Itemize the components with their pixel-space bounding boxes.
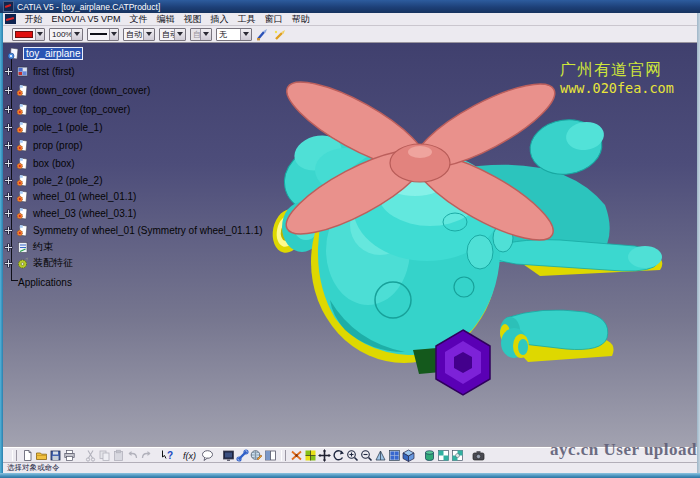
part-icon — [16, 84, 29, 97]
menu-tools[interactable]: 工具 — [233, 13, 260, 26]
expand-icon[interactable] — [4, 105, 13, 114]
expand-icon[interactable] — [4, 176, 13, 185]
menu-start[interactable]: 开始 — [20, 13, 47, 26]
tree-row[interactable]: box (box) — [4, 156, 76, 170]
wizard-brush-icon[interactable] — [273, 28, 286, 41]
expand-icon[interactable] — [4, 141, 13, 150]
save-icon[interactable] — [49, 449, 62, 462]
chevron-down-icon[interactable] — [174, 29, 185, 40]
tree-row[interactable]: 装配特征 — [4, 256, 74, 270]
expand-icon[interactable] — [4, 226, 13, 235]
painter-icon[interactable] — [256, 28, 269, 41]
compass-icon[interactable] — [304, 449, 317, 462]
catia-logo-icon — [5, 14, 16, 24]
print-icon[interactable] — [63, 449, 76, 462]
render-style-icon[interactable] — [423, 449, 436, 462]
tree-item-label[interactable]: wheel_01 (wheel_01.1) — [32, 191, 137, 202]
line-type-combo[interactable] — [87, 28, 119, 41]
link-icon[interactable] — [236, 449, 249, 462]
tree-row[interactable]: wheel_01 (wheel_01.1) — [4, 189, 137, 203]
chat-icon[interactable] — [201, 449, 214, 462]
globe-edit-icon[interactable] — [250, 449, 263, 462]
expand-icon[interactable] — [4, 259, 13, 268]
normal-view-icon[interactable] — [374, 449, 387, 462]
point-type-combo[interactable]: 自动 — [159, 28, 186, 41]
toolbar-grip[interactable] — [12, 450, 17, 461]
zoom-out-icon[interactable] — [360, 449, 373, 462]
watermark-line1: 广州有道官网 — [560, 60, 674, 80]
fly-mode-icon[interactable] — [290, 449, 303, 462]
new-document-icon[interactable] — [21, 449, 34, 462]
tree-item-label[interactable]: wheel_03 (wheel_03.1) — [32, 208, 137, 219]
tree-row[interactable]: Applications — [17, 275, 73, 289]
rotate-icon[interactable] — [332, 449, 345, 462]
tree-row[interactable]: wheel_03 (wheel_03.1) — [4, 206, 137, 220]
screen-icon[interactable] — [222, 449, 235, 462]
menu-enovia[interactable]: ENOVIA V5 VPM — [47, 14, 125, 24]
line-weight-combo[interactable]: 自动 — [123, 28, 155, 41]
menu-help[interactable]: 帮助 — [287, 13, 314, 26]
tree-item-label[interactable]: first (first) — [32, 66, 76, 77]
tree-row[interactable]: top_cover (top_cover) — [4, 102, 131, 116]
tree-row[interactable]: prop (prop) — [4, 138, 83, 152]
expand-icon[interactable] — [4, 123, 13, 132]
multi-view-icon[interactable] — [388, 449, 401, 462]
chevron-down-icon[interactable] — [240, 29, 251, 40]
view-mode-b-icon[interactable] — [451, 449, 464, 462]
paste-icon — [112, 449, 125, 462]
tree-row[interactable]: Symmetry of wheel_01 (Symmetry of wheel_… — [4, 223, 264, 237]
tree-row[interactable]: pole_2 (pole_2) — [4, 173, 104, 187]
tree-item-label[interactable]: down_cover (down_cover) — [32, 85, 151, 96]
tree-row[interactable]: pole_1 (pole_1) — [4, 120, 104, 134]
line-weight-value: 自动 — [124, 29, 143, 40]
open-folder-icon[interactable] — [35, 449, 48, 462]
app-icon — [3, 1, 14, 12]
menu-file[interactable]: 文件 — [125, 13, 152, 26]
part-icon — [16, 157, 29, 170]
expand-icon[interactable] — [4, 209, 13, 218]
pan-icon[interactable] — [318, 449, 331, 462]
expand-icon[interactable] — [4, 67, 13, 76]
fill-color-combo[interactable] — [12, 28, 45, 41]
layer-combo[interactable]: 无 — [216, 28, 252, 41]
menu-insert[interactable]: 插入 — [206, 13, 233, 26]
tree-row[interactable]: 约束 — [4, 240, 54, 254]
tree-item-label[interactable]: Symmetry of wheel_01 (Symmetry of wheel_… — [32, 225, 264, 236]
tree-item-label[interactable]: top_cover (top_cover) — [32, 104, 131, 115]
tree-item-label[interactable]: Applications — [17, 277, 73, 288]
tree-row[interactable]: first (first) — [4, 64, 76, 78]
chevron-down-icon[interactable] — [71, 29, 82, 40]
part-icon — [16, 139, 29, 152]
menu-edit[interactable]: 编辑 — [152, 13, 179, 26]
chevron-down-icon[interactable] — [109, 29, 118, 40]
toolbar-grip[interactable] — [281, 450, 286, 461]
tile-window-icon[interactable] — [264, 449, 277, 462]
chevron-down-icon[interactable] — [143, 29, 154, 40]
tree-item-label[interactable]: pole_1 (pole_1) — [32, 122, 104, 133]
tree-item-label[interactable]: 装配特征 — [32, 256, 74, 270]
context-help-icon[interactable]: ? — [161, 449, 174, 462]
expand-icon[interactable] — [4, 86, 13, 95]
expand-icon[interactable] — [4, 192, 13, 201]
tree-root-label[interactable]: toy_airplane — [23, 47, 83, 60]
tree-root-row[interactable]: toy_airplane — [7, 46, 83, 60]
expand-icon[interactable] — [4, 243, 13, 252]
chevron-down-icon[interactable] — [35, 29, 44, 40]
tree-item-label[interactable]: prop (prop) — [32, 140, 83, 151]
view-mode-a-icon[interactable] — [437, 449, 450, 462]
tree-item-label[interactable]: pole_2 (pole_2) — [32, 175, 104, 186]
svg-text:?: ? — [167, 450, 173, 461]
constraints-icon — [16, 241, 29, 254]
3d-viewport[interactable]: 广州有道官网 www.020fea.com toy_airplane — [3, 43, 697, 447]
iso-view-icon[interactable] — [402, 449, 415, 462]
menu-window[interactable]: 窗口 — [260, 13, 287, 26]
menu-view[interactable]: 视图 — [179, 13, 206, 26]
expand-icon[interactable] — [4, 159, 13, 168]
zoom-in-icon[interactable] — [346, 449, 359, 462]
capture-icon[interactable] — [472, 449, 485, 462]
opacity-combo[interactable]: 100% — [49, 28, 83, 41]
tree-item-label[interactable]: box (box) — [32, 158, 76, 169]
tree-item-label[interactable]: 约束 — [32, 240, 54, 254]
tree-row[interactable]: down_cover (down_cover) — [4, 83, 151, 97]
formula-icon[interactable]: f(x) — [182, 449, 200, 462]
